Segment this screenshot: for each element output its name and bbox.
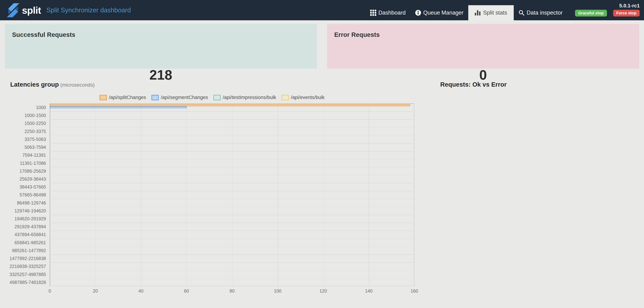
x-axis-tick-label: 60 xyxy=(178,288,196,294)
bar-chart-icon xyxy=(475,10,481,16)
y-axis-category-label: 17086-25629 xyxy=(0,167,46,175)
row-separator xyxy=(50,215,414,215)
nav-item-data-inspector[interactable]: Data inspector xyxy=(514,5,568,20)
stop-buttons: Graceful stop Force stop xyxy=(575,10,640,16)
error-requests-title: Error Requests xyxy=(327,24,639,38)
force-stop-button[interactable]: Force stop xyxy=(613,10,640,16)
nav-item-dashboard[interactable]: Dashboard xyxy=(365,5,410,20)
gridline-vertical xyxy=(278,104,278,286)
latency-bar-/api/splitChanges[interactable] xyxy=(50,104,410,106)
y-axis-category-label: 86498-129746 xyxy=(0,199,46,207)
legend-swatch xyxy=(152,95,159,100)
row-separator xyxy=(50,151,414,152)
legend-swatch xyxy=(282,95,289,100)
legend-item-splitchanges[interactable]: /api/splitChanges xyxy=(100,95,146,100)
row-separator xyxy=(50,183,414,183)
row-separator xyxy=(50,143,414,144)
row-separator xyxy=(50,167,414,168)
y-axis-category-label: 129746-194620 xyxy=(0,207,46,215)
y-axis-category-label: 3325257-4987885 xyxy=(0,270,46,278)
legend-label: /api/events/bulk xyxy=(291,95,325,100)
row-separator xyxy=(50,112,414,112)
row-separator xyxy=(50,119,414,120)
row-separator xyxy=(50,278,414,279)
brand-link[interactable]: split Split Synchronizer dashboard xyxy=(0,0,131,20)
error-requests-value: 0 xyxy=(327,67,639,83)
x-axis-tick-label: 100 xyxy=(269,288,286,294)
row-separator xyxy=(50,262,414,263)
row-separator xyxy=(50,230,414,231)
latency-bar-/api/segmentChanges[interactable] xyxy=(50,106,187,108)
legend-label: /api/testImpressions/bulk xyxy=(223,95,276,100)
successful-requests-card: Successful Requests 218 xyxy=(5,24,317,69)
nav-item-split-stats[interactable]: Split stats xyxy=(468,5,514,20)
latencies-section-title: Latencies group(microseconds) xyxy=(10,81,95,88)
row-separator xyxy=(50,128,414,128)
row-separator xyxy=(50,239,414,239)
y-axis-category-label: 194620-291929 xyxy=(0,215,46,223)
chart-legend: /api/splitChanges /api/segmentChanges /a… xyxy=(0,95,424,100)
legend-swatch xyxy=(214,95,221,100)
nav-item-queue-manager[interactable]: Queue Manager xyxy=(410,5,468,20)
nav-item-label: Dashboard xyxy=(378,10,406,16)
graceful-stop-button[interactable]: Graceful stop xyxy=(575,10,607,16)
y-axis-category-label: 2250-3375 xyxy=(0,128,46,135)
gridline-vertical xyxy=(186,104,187,286)
y-axis-category-label: 1500-2250 xyxy=(0,119,46,127)
y-axis-category-label: 656841-985261 xyxy=(0,239,46,246)
y-axis-category-label: 5063-7594 xyxy=(0,143,46,151)
latency-chart-x-axis: 020406080100120140160 xyxy=(50,288,414,296)
latencies-title-text: Latencies group xyxy=(10,81,59,88)
split-sync-dashboard-page: split Split Synchronizer dashboard Dashb… xyxy=(0,0,644,308)
search-icon xyxy=(518,10,524,16)
x-axis-tick-label: 160 xyxy=(406,288,423,294)
y-axis-category-label: 2216838-3325257 xyxy=(0,262,46,270)
plot-right-border xyxy=(414,104,414,286)
y-axis-category-label: 985261-1477892 xyxy=(0,246,46,254)
latency-chart-plot-area xyxy=(50,104,414,286)
successful-requests-title: Successful Requests xyxy=(5,24,317,38)
latencies-title-unit: (microseconds) xyxy=(60,82,94,88)
nav-item-label: Data inspector xyxy=(527,10,562,16)
row-separator xyxy=(50,270,414,271)
y-axis-category-label: 1477892-2216838 xyxy=(0,254,46,262)
navbar: split Split Synchronizer dashboard Dashb… xyxy=(0,0,644,20)
brand-wordmark: split xyxy=(22,5,41,16)
app-title: Split Synchronizer dashboard xyxy=(46,6,131,14)
y-axis-category-label: 7594-11391 xyxy=(0,151,46,159)
y-axis-category-label: 3375-5063 xyxy=(0,135,46,143)
gridline-vertical xyxy=(96,104,96,286)
y-axis-category-label: 25629-38443 xyxy=(0,175,46,183)
legend-item-testimpressions[interactable]: /api/testImpressions/bulk xyxy=(214,95,276,100)
y-axis-line xyxy=(50,104,50,286)
x-axis-tick-label: 0 xyxy=(41,288,59,294)
row-separator xyxy=(50,191,414,191)
row-separator xyxy=(50,223,414,223)
y-axis-category-label: 38443-57665 xyxy=(0,183,46,191)
version-label: 5.0.1-rc1 xyxy=(619,3,640,9)
nav-item-label: Queue Manager xyxy=(423,10,464,16)
row-separator xyxy=(50,207,414,207)
legend-item-segmentchanges[interactable]: /api/segmentChanges xyxy=(152,95,208,100)
x-axis-tick-label: 40 xyxy=(132,288,150,294)
row-separator xyxy=(50,175,414,176)
nav-actions: 5.0.1-rc1 Graceful stop Force stop xyxy=(575,0,644,20)
gridline-vertical xyxy=(141,104,141,286)
gridline-vertical xyxy=(369,104,369,286)
row-separator xyxy=(50,254,414,255)
y-axis-category-label: 57665-86498 xyxy=(0,191,46,199)
info-icon xyxy=(415,10,421,16)
y-axis-category-label: 437894-656841 xyxy=(0,230,46,238)
y-axis-category-label: 11391-17086 xyxy=(0,159,46,167)
x-axis-tick-label: 80 xyxy=(223,288,241,294)
x-axis-tick-label: 120 xyxy=(314,288,332,294)
error-requests-card: Error Requests 0 xyxy=(327,24,639,69)
successful-requests-value: 218 xyxy=(5,67,317,83)
legend-item-events[interactable]: /api/events/bulk xyxy=(282,95,325,100)
y-axis-category-label: 1000 xyxy=(0,104,46,112)
nav-item-label: Split stats xyxy=(483,10,507,16)
legend-label: /api/segmentChanges xyxy=(161,95,208,100)
legend-label: /api/splitChanges xyxy=(109,95,146,100)
y-axis-category-label: 1000-1500 xyxy=(0,112,46,119)
gridline-vertical xyxy=(323,104,324,286)
